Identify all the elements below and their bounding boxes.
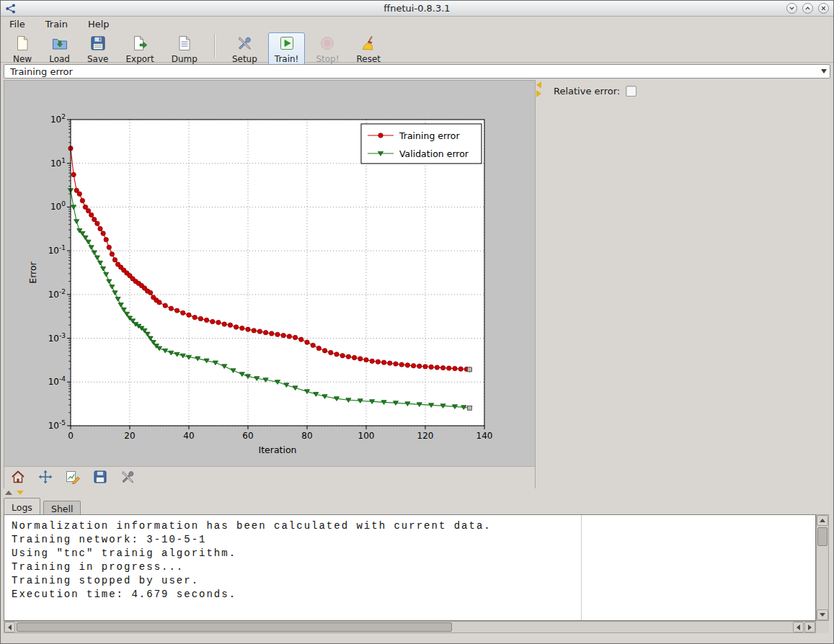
log-line: Training in progress...	[12, 560, 815, 574]
svg-text:80: 80	[301, 431, 312, 441]
arrow-right-icon	[808, 625, 812, 630]
home-view-button[interactable]	[9, 468, 27, 487]
train-icon	[278, 35, 296, 54]
training-error-chart[interactable]: 02040608010012014010210110010-110-210-31…	[4, 81, 536, 466]
maximize-button[interactable]	[802, 3, 813, 14]
svg-text:140: 140	[476, 431, 493, 441]
vertical-scroll-thumb[interactable]	[817, 527, 828, 546]
svg-text:10-4: 10-4	[48, 375, 66, 387]
arrow-down-icon	[820, 613, 825, 617]
menu-file[interactable]: File	[6, 18, 28, 30]
log-line: Using "tnc" trainig algorithm.	[12, 547, 815, 560]
export-icon	[131, 35, 148, 54]
log-horizontal-scrollbar[interactable]	[4, 621, 816, 633]
svg-text:60: 60	[242, 431, 253, 441]
svg-text:Error: Error	[27, 261, 38, 283]
stop-icon	[319, 35, 336, 54]
edit-plot-button[interactable]	[63, 468, 82, 487]
collapse-left-icon[interactable]	[536, 81, 541, 89]
new-icon	[14, 35, 31, 54]
horizontal-splitter[interactable]	[1, 488, 833, 498]
log-vertical-scrollbar[interactable]	[816, 514, 829, 621]
scroll-left-button[interactable]	[4, 622, 15, 632]
save-icon	[89, 35, 107, 54]
dump-button[interactable]: Dump	[165, 32, 204, 66]
relative-error-checkbox[interactable]	[626, 86, 636, 97]
close-button[interactable]	[818, 3, 829, 14]
tab-shell[interactable]: Shell	[43, 501, 81, 516]
load-icon	[51, 35, 68, 54]
svg-text:100: 100	[358, 431, 375, 441]
app-window: ffnetui-0.8.3.1 File Train Help New Load…	[0, 0, 834, 644]
svg-text:10-2: 10-2	[48, 288, 66, 300]
tab-logs[interactable]: Logs	[4, 498, 40, 514]
reset-button[interactable]: Reset	[350, 32, 388, 66]
vertical-splitter[interactable]	[536, 80, 544, 488]
collapse-right-icon[interactable]	[536, 90, 541, 97]
chevron-down-icon	[821, 69, 827, 73]
edit-plot-icon	[65, 469, 81, 487]
save-figure-button[interactable]	[91, 468, 110, 487]
log-line: Training network: 3-10-5-1	[12, 533, 815, 547]
export-button[interactable]: Export	[119, 32, 160, 66]
bottom-tabbar: Logs Shell	[1, 498, 833, 514]
new-button[interactable]: New	[6, 32, 38, 66]
scroll-left-button-2[interactable]	[793, 622, 804, 632]
svg-text:120: 120	[417, 431, 434, 441]
log-line: Training stopped by user.	[12, 574, 815, 588]
svg-text:0: 0	[68, 431, 74, 441]
svg-text:Iteration: Iteration	[258, 444, 296, 455]
train-button[interactable]: Train!	[268, 32, 306, 66]
horizontal-scroll-thumb[interactable]	[17, 622, 452, 632]
configure-icon	[120, 469, 136, 487]
shade-button[interactable]	[786, 3, 797, 14]
plot-nav-toolbar	[4, 466, 535, 488]
svg-text:10-5: 10-5	[48, 419, 66, 431]
svg-text:101: 101	[50, 157, 66, 169]
menu-help[interactable]: Help	[85, 18, 112, 30]
menu-train[interactable]: Train	[43, 18, 71, 30]
arrow-left-icon	[797, 625, 800, 630]
pan-icon	[37, 469, 53, 487]
scroll-down-button[interactable]	[817, 609, 828, 620]
collapse-down-icon[interactable]	[17, 491, 24, 495]
setup-icon	[236, 35, 253, 54]
plot-type-value: Training error	[10, 66, 73, 77]
svg-text:102: 102	[50, 113, 66, 125]
configure-button[interactable]	[118, 468, 137, 487]
scroll-right-button[interactable]	[804, 622, 815, 632]
svg-text:100: 100	[50, 200, 66, 212]
svg-text:10-3: 10-3	[48, 332, 66, 344]
toolbar-separator	[214, 34, 216, 58]
log-line: Execution time: 4.679 seconds.	[12, 588, 815, 601]
svg-text:Training error: Training error	[399, 130, 460, 141]
titlebar[interactable]: ffnetui-0.8.3.1	[1, 1, 833, 17]
arrow-left-icon	[8, 625, 12, 630]
log-line: Normalization information has been calcu…	[12, 519, 815, 533]
toolbar: New Load Save Export Dump Setup Train!	[1, 31, 833, 63]
plot-panel: 02040608010012014010210110010-110-210-31…	[4, 80, 536, 488]
collapse-up-icon[interactable]	[5, 491, 12, 495]
log-output[interactable]: Normalization information has been calcu…	[4, 514, 816, 621]
load-button[interactable]: Load	[43, 32, 76, 66]
setup-button[interactable]: Setup	[226, 32, 264, 66]
log-panel-divider	[581, 515, 582, 620]
scrollbar-corner	[816, 621, 829, 633]
plot-type-select[interactable]: Training error	[4, 64, 830, 79]
save-figure-icon	[92, 469, 108, 487]
svg-text:20: 20	[124, 431, 135, 441]
reset-icon	[360, 35, 377, 54]
svg-text:Validation error: Validation error	[399, 148, 469, 159]
dump-icon	[176, 35, 193, 54]
arrow-up-icon	[820, 519, 825, 522]
pan-button[interactable]	[36, 468, 55, 487]
svg-text:10-1: 10-1	[48, 244, 66, 256]
side-panel: Relative error:	[544, 80, 832, 488]
home-icon	[10, 469, 26, 487]
svg-text:40: 40	[183, 431, 194, 441]
menubar: File Train Help	[1, 17, 833, 31]
relative-error-label: Relative error:	[554, 86, 620, 97]
window-title: ffnetui-0.8.3.1	[1, 3, 833, 14]
scroll-up-button[interactable]	[817, 515, 828, 526]
save-button[interactable]: Save	[81, 32, 115, 66]
